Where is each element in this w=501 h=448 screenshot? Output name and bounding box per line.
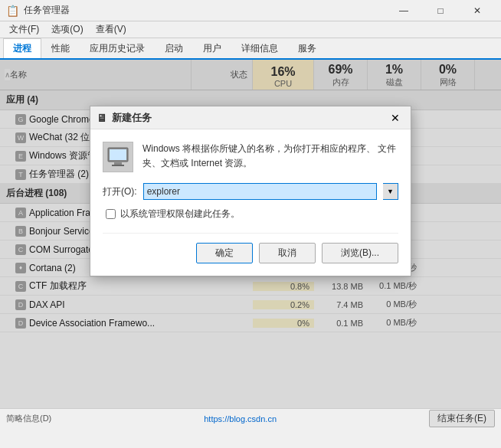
svg-rect-1 bbox=[110, 149, 126, 160]
modal-title-text: 新建任务 bbox=[112, 111, 381, 125]
title-bar-title: 任务管理器 bbox=[24, 4, 386, 17]
modal-computer-icon bbox=[103, 142, 133, 172]
modal-open-input[interactable] bbox=[143, 183, 377, 200]
modal-body: Windows 将根据你所键入的名称，为你打开相应的程序、 文件夹、文档或 In… bbox=[90, 129, 411, 276]
modal-close-button[interactable]: ✕ bbox=[386, 109, 404, 127]
status-bar: 简略信息(D) https://blog.csdn.cn 结束任务(E) bbox=[0, 408, 501, 428]
tab-app-history[interactable]: 应用历史记录 bbox=[80, 38, 155, 58]
close-button[interactable]: ✕ bbox=[460, 0, 495, 21]
modal-description: Windows 将根据你所键入的名称，为你打开相应的程序、 文件夹、文档或 In… bbox=[142, 142, 398, 171]
menu-file[interactable]: 文件(F) bbox=[3, 21, 45, 38]
modal-title-bar: 🖥 新建任务 ✕ bbox=[90, 106, 411, 129]
modal-input-row: 打开(O): ▼ bbox=[103, 183, 398, 200]
title-bar-controls: — □ ✕ bbox=[386, 0, 495, 21]
modal-info-row: Windows 将根据你所键入的名称，为你打开相应的程序、 文件夹、文档或 In… bbox=[103, 142, 398, 172]
modal-buttons: 确定 取消 浏览(B)... bbox=[103, 233, 398, 263]
maximize-button[interactable]: □ bbox=[423, 0, 458, 21]
modal-admin-label: 以系统管理权限创建此任务。 bbox=[120, 208, 240, 221]
modal-cancel-button[interactable]: 取消 bbox=[259, 243, 316, 263]
tab-startup[interactable]: 启动 bbox=[155, 38, 193, 58]
title-bar-icon: 📋 bbox=[6, 5, 19, 17]
title-bar: 📋 任务管理器 — □ ✕ bbox=[0, 0, 501, 21]
menu-options[interactable]: 选项(O) bbox=[45, 21, 89, 38]
svg-rect-2 bbox=[114, 162, 122, 165]
modal-checkbox-row: 以系统管理权限创建此任务。 bbox=[103, 208, 398, 221]
minimize-button[interactable]: — bbox=[386, 0, 421, 21]
tab-users[interactable]: 用户 bbox=[193, 38, 231, 58]
end-task-button[interactable]: 结束任务(E) bbox=[429, 410, 495, 427]
modal-admin-checkbox[interactable] bbox=[106, 209, 116, 219]
svg-rect-3 bbox=[112, 165, 124, 166]
status-link: https://blog.csdn.cn bbox=[204, 414, 277, 423]
menu-bar: 文件(F) 选项(O) 查看(V) bbox=[0, 21, 501, 38]
new-task-dialog: 🖥 新建任务 ✕ Windows 将根据你所键入的名称，为你打开相应的 bbox=[90, 106, 411, 276]
main-area: ∧ 名称 状态 16% CPU 69% 内存 1% 磁盘 0% 网络 应用 (4… bbox=[0, 60, 501, 408]
status-label[interactable]: 简略信息(D) bbox=[6, 413, 51, 424]
tab-details[interactable]: 详细信息 bbox=[231, 38, 288, 58]
modal-overlay: 🖥 新建任务 ✕ Windows 将根据你所键入的名称，为你打开相应的 bbox=[0, 60, 501, 408]
tab-bar: 进程 性能 应用历史记录 启动 用户 详细信息 服务 bbox=[0, 38, 501, 60]
tab-performance[interactable]: 性能 bbox=[41, 38, 80, 58]
tab-services[interactable]: 服务 bbox=[288, 38, 326, 58]
modal-ok-button[interactable]: 确定 bbox=[196, 243, 253, 263]
modal-dropdown-button[interactable]: ▼ bbox=[383, 183, 398, 200]
modal-browse-button[interactable]: 浏览(B)... bbox=[322, 243, 398, 263]
modal-input-label: 打开(O): bbox=[103, 185, 137, 198]
modal-title-icon: 🖥 bbox=[97, 112, 107, 124]
tab-processes[interactable]: 进程 bbox=[3, 38, 41, 58]
menu-view[interactable]: 查看(V) bbox=[90, 21, 133, 38]
